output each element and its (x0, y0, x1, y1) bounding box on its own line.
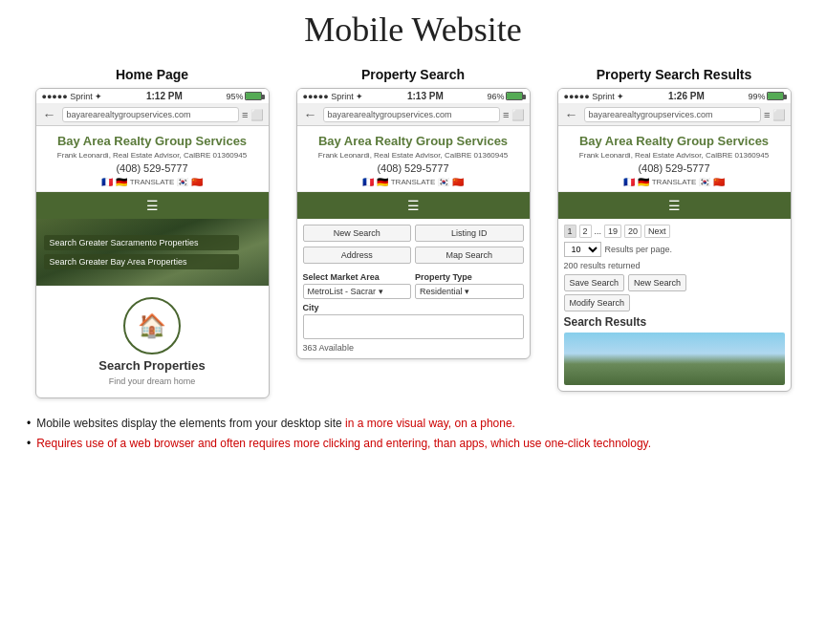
map-search-button[interactable]: Map Search (415, 247, 524, 264)
modify-search-button[interactable]: Modify Search (564, 294, 631, 311)
site-phone-results: (408) 529-5777 (564, 162, 785, 174)
hamburger-icon-home[interactable]: ☰ (146, 198, 159, 213)
results-content: 1 2 ... 19 20 Next 10 Results per page. … (558, 219, 791, 391)
search-mid-row: Address Map Search (303, 247, 524, 264)
time-home: 1:12 PM (146, 91, 183, 101)
hero-image-home: Search Greater Sacramento Properties Sea… (36, 219, 269, 286)
page-ellipsis: ... (595, 226, 602, 236)
market-property-pair: Select Market Area MetroList - Sacrar ▾ … (303, 268, 524, 299)
page-20[interactable]: 20 (624, 225, 641, 238)
url-bar-results[interactable]: bayarearealtygroupservices.com (584, 107, 762, 122)
search-page-content: New Search Listing ID Address Map Search… (297, 219, 530, 358)
translate-label-home[interactable]: TRANSLATE (130, 178, 175, 186)
url-bar-search[interactable]: bayarearealtygroupservices.com (323, 107, 501, 122)
phone-label-search: Property Search (361, 67, 465, 82)
search-top-row: New Search Listing ID (303, 225, 524, 242)
status-bar-home: ●●●●● Sprint ✦ 1:12 PM 95% (36, 89, 269, 104)
page-next[interactable]: Next (644, 225, 670, 238)
battery-results: 99% (748, 92, 784, 101)
phones-container: Home Page ●●●●● Sprint ✦ 1:12 PM 95% ← b… (19, 67, 807, 398)
translate-label-search[interactable]: TRANSLATE (391, 178, 436, 186)
nav-bar-search[interactable]: ☰ (297, 192, 530, 219)
hamburger-icon-results[interactable]: ☰ (668, 198, 681, 213)
browser-icons-results: ≡ ⬜ (764, 109, 786, 121)
bullet-1: • (27, 416, 31, 432)
browser-icons-home: ≡ ⬜ (242, 109, 264, 121)
site-sub-results: Frank Leonardi, Real Estate Advisor, Cal… (564, 151, 785, 160)
phone-label-results: Property Search Results (597, 67, 752, 82)
site-name-results: Bay Area Realty Group Services (564, 134, 785, 149)
nav-bar-home[interactable]: ☰ (36, 192, 269, 219)
property-type-select[interactable]: Residential ▾ (415, 284, 524, 299)
translate-bar-results: 🇫🇷 🇩🇪 TRANSLATE 🇰🇷 🇨🇳 (564, 177, 785, 187)
flag-kr: 🇰🇷 (177, 177, 188, 187)
carrier-results: ●●●●● Sprint ✦ (564, 92, 625, 101)
hero-btn-bayarea[interactable]: Search Greater Bay Area Properties (44, 254, 239, 269)
battery-icon-search (506, 92, 523, 100)
browser-icons-search: ≡ ⬜ (503, 109, 525, 121)
site-name-search: Bay Area Realty Group Services (303, 134, 524, 149)
per-page-select[interactable]: 10 (564, 242, 601, 257)
bullet-2: • (27, 436, 31, 452)
status-bar-search: ●●●●● Sprint ✦ 1:13 PM 96% (297, 89, 530, 104)
page-1[interactable]: 1 (564, 225, 576, 238)
page-19[interactable]: 19 (604, 225, 621, 238)
browser-bar-results: ← bayarearealtygroupservices.com ≡ ⬜ (558, 104, 791, 126)
per-page-label: Results per page. (605, 245, 673, 254)
site-phone-search: (408) 529-5777 (303, 162, 524, 174)
site-header-home: Bay Area Realty Group Services Frank Leo… (36, 126, 269, 192)
search-actions-row2: Modify Search (564, 294, 785, 311)
flag-fr: 🇫🇷 (101, 177, 113, 187)
back-button-home[interactable]: ← (40, 107, 59, 122)
new-search-button-results[interactable]: New Search (628, 274, 686, 291)
hero-btn-sacramento[interactable]: Search Greater Sacramento Properties (44, 235, 239, 250)
time-results: 1:26 PM (668, 91, 705, 101)
translate-bar-search: 🇫🇷 🇩🇪 TRANSLATE 🇰🇷 🇨🇳 (303, 177, 524, 187)
property-type-label: Property Type (415, 272, 524, 282)
results-info: 10 Results per page. (564, 242, 785, 257)
hamburger-icon-search[interactable]: ☰ (407, 198, 420, 213)
battery-home: 95% (226, 92, 262, 101)
results-count: 200 results returned (564, 261, 785, 270)
nav-bar-results[interactable]: ☰ (558, 192, 791, 219)
address-button[interactable]: Address (303, 247, 412, 264)
notes-section: • Mobile websites display the elements f… (19, 416, 807, 453)
back-button-results[interactable]: ← (562, 107, 581, 122)
save-search-button[interactable]: Save Search (564, 274, 625, 291)
phone-frame-search: ●●●●● Sprint ✦ 1:13 PM 96% ← bayareareal… (296, 88, 531, 359)
search-props-sub: Find your dream home (109, 376, 196, 386)
site-header-results: Bay Area Realty Group Services Frank Leo… (558, 126, 791, 192)
flag-cn: 🇨🇳 (191, 177, 203, 187)
back-button-search[interactable]: ← (301, 107, 320, 122)
new-search-button[interactable]: New Search (303, 225, 412, 242)
battery-search: 96% (487, 92, 523, 101)
page-title: Mobile Website (19, 10, 807, 50)
market-area-select[interactable]: MetroList - Sacrar ▾ (303, 284, 412, 299)
note-item-1: • Mobile websites display the elements f… (27, 416, 799, 432)
phone-section-results: Property Search Results ●●●●● Sprint ✦ 1… (557, 67, 792, 398)
site-name-home: Bay Area Realty Group Services (42, 134, 263, 149)
site-phone-home: (408) 529-5777 (42, 162, 263, 174)
note-text-1: Mobile websites display the elements fro… (36, 416, 515, 432)
market-area-field: Select Market Area MetroList - Sacrar ▾ (303, 268, 412, 299)
phone-frame-home: ●●●●● Sprint ✦ 1:12 PM 95% ← bayareareal… (35, 88, 270, 398)
city-input[interactable] (303, 314, 524, 339)
available-label: 363 Available (303, 343, 524, 353)
translate-label-results[interactable]: TRANSLATE (652, 178, 697, 186)
carrier-home: ●●●●● Sprint ✦ (42, 92, 103, 101)
site-sub-search: Frank Leonardi, Real Estate Advisor, Cal… (303, 151, 524, 160)
market-area-label: Select Market Area (303, 272, 412, 282)
carrier-search: ●●●●● Sprint ✦ (303, 92, 364, 101)
translate-bar-home: 🇫🇷 🇩🇪 TRANSLATE 🇰🇷 🇨🇳 (42, 177, 263, 187)
listing-id-button[interactable]: Listing ID (415, 225, 524, 242)
page-2[interactable]: 2 (579, 225, 592, 238)
flag-de: 🇩🇪 (116, 177, 127, 187)
url-bar-home[interactable]: bayarearealtygroupservices.com (62, 107, 240, 122)
status-bar-results: ●●●●● Sprint ✦ 1:26 PM 99% (558, 89, 791, 104)
house-icon: 🏠 (123, 297, 181, 354)
browser-bar-search: ← bayarearealtygroupservices.com ≡ ⬜ (297, 104, 530, 126)
phone-label-home: Home Page (116, 67, 188, 82)
pagination-row: 1 2 ... 19 20 Next (564, 225, 785, 238)
result-image (564, 333, 785, 385)
search-results-title: Search Results (564, 315, 785, 329)
